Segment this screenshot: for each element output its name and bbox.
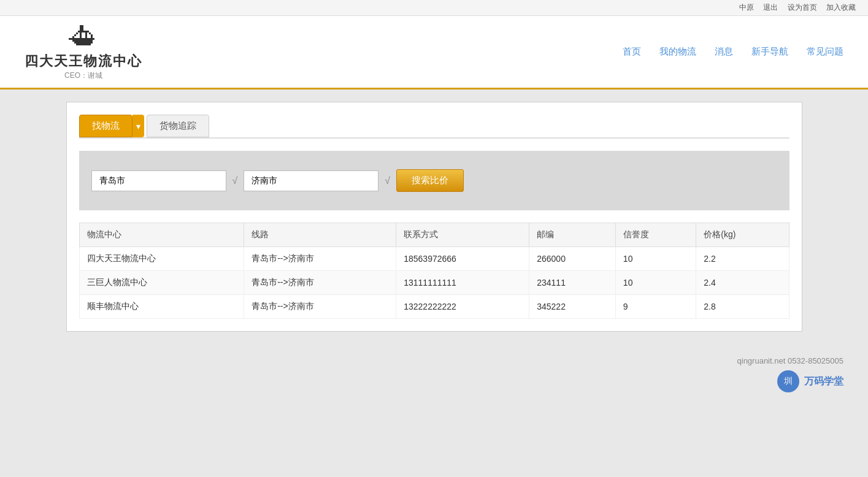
cell-zipcode: 234111: [529, 271, 616, 295]
cell-company: 三巨人物流中心: [79, 271, 244, 295]
tabs: 找物流 ▾ 货物追踪: [79, 115, 789, 139]
col-credit: 信誉度: [615, 223, 696, 247]
table-row[interactable]: 四大天王物流中心青岛市-->济南市18563972666266000102.2: [79, 247, 789, 271]
footer: qingruanit.net 0532-85025005 圳 万码学堂: [0, 344, 868, 405]
footer-info: qingruanit.net 0532-85025005: [25, 356, 843, 365]
table-row[interactable]: 三巨人物流中心青岛市-->济南市13111111111234111102.4: [79, 271, 789, 295]
cell-zipcode: 345222: [529, 295, 616, 319]
col-price: 价格(kg): [696, 223, 789, 247]
footer-logo-text: 万码学堂: [804, 375, 843, 388]
nav-my-logistics[interactable]: 我的物流: [659, 46, 696, 58]
table-row[interactable]: 顺丰物流中心青岛市-->济南市1322222222234522292.8: [79, 295, 789, 319]
nav-guide[interactable]: 新手导航: [751, 46, 788, 58]
cell-zipcode: 266000: [529, 247, 616, 271]
search-area: √ √ 搜索比价: [79, 151, 789, 210]
search-from-input[interactable]: [91, 170, 226, 191]
cell-phone: 13111111111: [396, 271, 529, 295]
cell-route: 青岛市-->济南市: [244, 295, 396, 319]
header: ⛴ 四大天王物流中心 CEO：谢城 首页 我的物流 消息 新手导航 常见问题: [0, 16, 868, 90]
topbar-link-homepage[interactable]: 设为首页: [788, 3, 817, 12]
logo-text: 四大天王物流中心: [25, 52, 142, 71]
cell-price: 2.2: [696, 247, 789, 271]
topbar-link-zhongyuan[interactable]: 中原: [739, 3, 754, 12]
topbar-link-logout[interactable]: 退出: [763, 3, 778, 12]
cell-route: 青岛市-->济南市: [244, 247, 396, 271]
cell-company: 顺丰物流中心: [79, 295, 244, 319]
tab-cargo-tracking[interactable]: 货物追踪: [147, 115, 209, 137]
tab-find-logistics[interactable]: 找物流: [79, 115, 133, 137]
nav-links: 首页 我的物流 消息 新手导航 常见问题: [623, 46, 843, 58]
cell-credit: 10: [615, 247, 696, 271]
cell-phone: 18563972666: [396, 247, 529, 271]
footer-logo: 圳 万码学堂: [25, 370, 843, 392]
cell-route: 青岛市-->济南市: [244, 271, 396, 295]
footer-logo-icon: 圳: [777, 370, 799, 392]
main-content: 找物流 ▾ 货物追踪 √ √ 搜索比价 物流中心 线路 联系方式 邮编 信誉度 …: [66, 102, 802, 332]
result-table: 物流中心 线路 联系方式 邮编 信誉度 价格(kg) 四大天王物流中心青岛市--…: [79, 223, 789, 319]
col-phone: 联系方式: [396, 223, 529, 247]
cell-phone: 13222222222: [396, 295, 529, 319]
logo-ceo: CEO：谢城: [64, 71, 102, 81]
cell-credit: 10: [615, 271, 696, 295]
cell-price: 2.8: [696, 295, 789, 319]
cell-price: 2.4: [696, 271, 789, 295]
table-header: 物流中心 线路 联系方式 邮编 信誉度 价格(kg): [79, 223, 789, 247]
logo-area: ⛴ 四大天王物流中心 CEO：谢城: [25, 23, 142, 81]
col-zipcode: 邮编: [529, 223, 616, 247]
topbar-link-bookmark[interactable]: 加入收藏: [826, 3, 856, 12]
nav-messages[interactable]: 消息: [715, 46, 733, 58]
search-separator-right: √: [385, 175, 390, 186]
tab-dropdown-icon[interactable]: ▾: [133, 115, 144, 137]
nav-faq[interactable]: 常见问题: [807, 46, 843, 58]
cell-credit: 9: [615, 295, 696, 319]
search-button[interactable]: 搜索比价: [396, 169, 464, 192]
cell-company: 四大天王物流中心: [79, 247, 244, 271]
top-bar: 中原 退出 设为首页 加入收藏: [0, 0, 868, 16]
col-route: 线路: [244, 223, 396, 247]
search-separator-left: √: [232, 175, 238, 186]
table-body: 四大天王物流中心青岛市-->济南市18563972666266000102.2三…: [79, 247, 789, 319]
col-company: 物流中心: [79, 223, 244, 247]
nav-home[interactable]: 首页: [623, 46, 641, 58]
ship-icon: ⛴: [69, 23, 98, 52]
search-to-input[interactable]: [244, 170, 378, 191]
